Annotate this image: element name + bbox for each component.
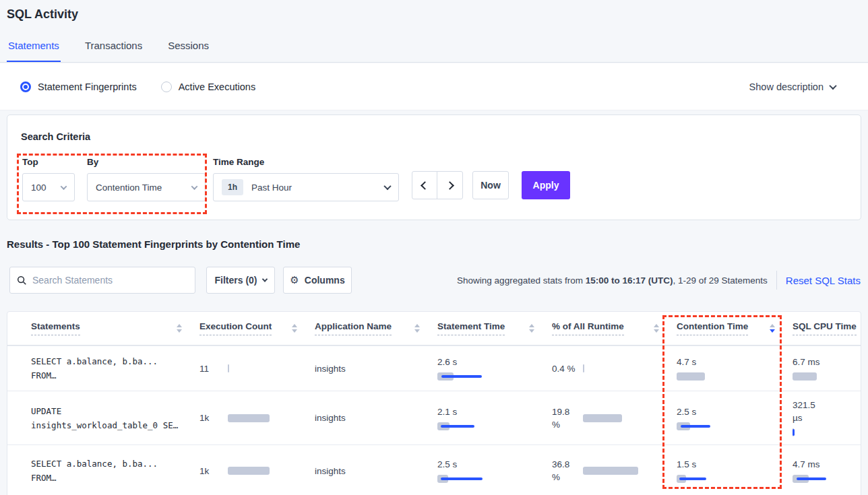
chevron-down-icon (61, 183, 67, 190)
statement-search-box (9, 267, 195, 294)
pct-runtime-bar (583, 414, 645, 423)
show-description-toggle[interactable]: Show description (749, 81, 836, 92)
contention-time-bar (677, 474, 739, 484)
sort-icon (654, 324, 659, 333)
statement-time-bar (437, 474, 499, 484)
statement-time-cell: 2.5 s (437, 458, 552, 484)
chevron-right-icon (445, 181, 454, 190)
time-range-field-group: Time Range 1h Past Hour (213, 157, 399, 201)
aggregated-stats-bar: Showing aggregated stats from 15:00 to 1… (457, 267, 861, 294)
radio-active-executions[interactable]: Active Executions (161, 81, 255, 92)
time-nav-group (412, 171, 463, 199)
reset-sql-stats-link[interactable]: Reset SQL Stats (786, 275, 861, 286)
execution-count-cell: 11 (199, 362, 315, 375)
chevron-left-icon (421, 181, 429, 190)
pct-runtime-cell: 0.4 % (552, 362, 677, 375)
results-heading: Results - Top 100 Statement Fingerprints… (7, 238, 300, 250)
contention-time-cell: 1.5 s (677, 458, 793, 484)
column-header-statements[interactable]: Statements (31, 321, 199, 335)
search-criteria-title: Search Criteria (21, 131, 90, 142)
page-title: SQL Activity (7, 7, 78, 22)
statements-table: Statements Execution Count Application N… (7, 311, 861, 495)
pct-runtime-bar (583, 466, 645, 475)
sort-icon (292, 324, 297, 333)
radio-selected-icon (20, 81, 31, 92)
aggregated-stats-text: Showing aggregated stats from 15:00 to 1… (457, 275, 768, 286)
sql-cpu-time-bar (793, 372, 855, 381)
statement-link[interactable]: SELECT a.balance, b.ba... FROM… (31, 354, 199, 383)
time-range-badge: 1h (222, 179, 243, 195)
pct-runtime-cell: 36.8 % (552, 458, 677, 484)
radio-unselected-icon (161, 81, 172, 92)
sql-activity-page: SQL Activity Statements Transactions Ses… (0, 0, 868, 495)
sort-icon (414, 324, 420, 333)
execution-count-bar (228, 466, 290, 475)
application-name-cell: insights (315, 465, 437, 477)
statement-time-bar (437, 372, 499, 381)
show-description-label: Show description (749, 81, 824, 92)
columns-button[interactable]: ⚙ Columns (283, 267, 352, 294)
column-header-statement-time[interactable]: Statement Time (437, 321, 552, 335)
radio-label: Active Executions (179, 81, 255, 92)
execution-count-cell: 1k (199, 465, 315, 477)
by-select-value: Contention Time (96, 181, 192, 194)
column-header-pct-runtime[interactable]: % of All Runtime (552, 321, 677, 335)
columns-label: Columns (305, 275, 345, 286)
column-header-contention-time[interactable]: Contention Time (677, 321, 793, 335)
tab-sessions[interactable]: Sessions (166, 37, 210, 62)
time-prev-button[interactable] (412, 172, 437, 199)
contention-time-cell: 2.5 s (677, 405, 793, 431)
execution-count-bar (228, 364, 290, 373)
search-criteria-panel: Search Criteria Top 100 By Contention Ti… (7, 114, 861, 220)
gear-icon: ⚙ (290, 274, 299, 286)
sql-cpu-time-cell: 4.7 ms (793, 458, 861, 484)
column-header-application-name[interactable]: Application Name (315, 321, 437, 335)
contention-time-bar (677, 422, 739, 431)
time-next-button[interactable] (437, 172, 462, 199)
filters-label: Filters (0) (214, 275, 257, 286)
contention-time-cell: 4.7 s (677, 356, 793, 381)
chevron-down-icon (829, 81, 836, 89)
search-icon (17, 275, 27, 286)
table-row: SELECT a.balance, b.ba... FROM… 11 insig… (7, 345, 861, 391)
apply-button[interactable]: Apply (522, 171, 570, 199)
top-select[interactable]: 100 (22, 173, 75, 201)
statement-time-cell: 2.6 s (437, 356, 552, 381)
pct-runtime-cell: 19.8 % (552, 405, 677, 431)
chevron-down-icon (383, 183, 391, 190)
sql-cpu-time-cell: 321.5 µs (793, 399, 861, 437)
application-name-cell: insights (315, 362, 437, 375)
by-field-group: By Contention Time (87, 157, 206, 201)
tab-transactions[interactable]: Transactions (84, 37, 144, 62)
sql-cpu-time-bar (793, 474, 855, 484)
statement-link[interactable]: SELECT a.balance, b.ba... FROM… (31, 457, 199, 485)
application-name-cell: insights (315, 411, 437, 424)
sql-cpu-time-bar (793, 428, 855, 437)
divider (776, 271, 777, 290)
column-header-execution-count[interactable]: Execution Count (199, 321, 315, 335)
top-select-value: 100 (31, 181, 61, 194)
radio-label: Statement Fingerprints (38, 81, 137, 92)
radio-statement-fingerprints[interactable]: Statement Fingerprints (20, 81, 137, 92)
by-select[interactable]: Contention Time (87, 173, 206, 201)
statement-link[interactable]: UPDATE insights_workload_table_0 SE… (31, 404, 199, 432)
statement-time-bar (437, 422, 499, 431)
tab-statements[interactable]: Statements (7, 37, 61, 62)
table-row: SELECT a.balance, b.ba... FROM… 1k insig… (7, 444, 861, 495)
by-label: By (87, 157, 206, 167)
time-range-label: Time Range (213, 157, 399, 167)
execution-count-cell: 1k (199, 411, 315, 424)
top-label: Top (22, 157, 75, 167)
filters-button[interactable]: Filters (0) (206, 267, 275, 294)
table-row: UPDATE insights_workload_table_0 SE… 1k … (7, 391, 861, 444)
column-header-sql-cpu-time[interactable]: SQL CPU Time (793, 321, 861, 335)
sort-icon (177, 324, 182, 333)
time-range-select[interactable]: 1h Past Hour (213, 173, 399, 201)
view-mode-bar: Statement Fingerprints Active Executions… (0, 63, 868, 110)
sort-icon (529, 324, 534, 333)
chevron-down-icon (261, 276, 267, 282)
statement-time-cell: 2.1 s (437, 405, 552, 431)
contention-time-bar (677, 372, 739, 381)
now-button[interactable]: Now (472, 171, 509, 199)
search-input[interactable] (32, 275, 188, 286)
